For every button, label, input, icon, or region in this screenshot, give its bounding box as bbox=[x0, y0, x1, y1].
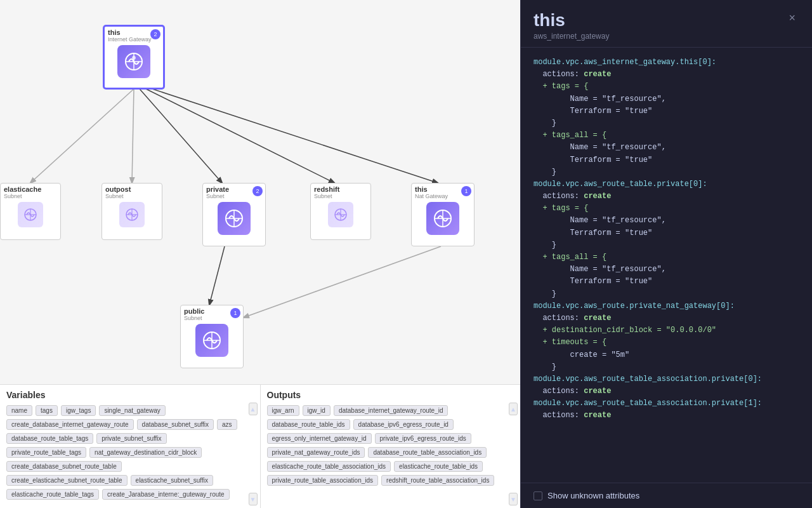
node-icon-redshift bbox=[311, 202, 370, 227]
bottom-panels: Variables nametagsigw_tagssingle_nat_gat… bbox=[0, 384, 520, 508]
node-outpost[interactable]: outpost Subnet bbox=[102, 183, 162, 240]
code-line: Terraform = "true" bbox=[534, 276, 799, 288]
right-panel: this aws_internet_gateway × module.vpc.a… bbox=[520, 0, 812, 508]
node-public[interactable]: 1 public Subnet bbox=[180, 305, 244, 368]
code-line: } bbox=[534, 239, 799, 251]
right-title: this bbox=[534, 10, 609, 30]
code-line: Terraform = "true" bbox=[534, 105, 799, 117]
code-line: Name = "tf_resource", bbox=[534, 93, 799, 105]
outputs-scroll-up[interactable]: ▲ bbox=[509, 403, 518, 415]
variable-tag[interactable]: create_database_internet_gateway_route bbox=[6, 419, 134, 430]
svg-line-4 bbox=[152, 89, 438, 183]
svg-line-3 bbox=[146, 89, 334, 183]
right-subtitle: aws_internet_gateway bbox=[534, 32, 609, 41]
variable-tag[interactable]: create_database_subnet_route_table bbox=[6, 461, 122, 472]
diagram-area[interactable]: 2 this Internet Gateway elasticache Subn… bbox=[0, 0, 520, 384]
outputs-scroll-down[interactable]: ▼ bbox=[509, 493, 518, 505]
output-tag[interactable]: elasticache_route_table_ids bbox=[394, 461, 483, 472]
svg-line-0 bbox=[30, 89, 134, 183]
variable-tag[interactable]: nat_gateway_destination_cidr_block bbox=[89, 447, 202, 458]
output-tag[interactable]: database_route_table_association_ids bbox=[368, 447, 487, 458]
code-line: + tags = { bbox=[534, 203, 799, 215]
output-tag[interactable]: private_ipv6_egress_route_ids bbox=[375, 433, 471, 444]
variable-tag[interactable]: elasticache_route_table_tags bbox=[6, 489, 99, 500]
code-line: Name = "tf_resource", bbox=[534, 215, 799, 227]
code-area[interactable]: module.vpc.aws_internet_gateway.this[0]:… bbox=[521, 48, 812, 483]
code-line: + destination_cidr_block = "0.0.0.0/0" bbox=[534, 324, 799, 337]
output-tag[interactable]: igw_arn bbox=[267, 405, 299, 416]
output-tag[interactable]: egress_only_internet_gateway_id bbox=[267, 433, 372, 444]
svg-line-1 bbox=[132, 89, 134, 183]
code-line: Terraform = "true" bbox=[534, 154, 799, 166]
node-title-outpost: outpost bbox=[102, 184, 162, 193]
footer-label: Show unknown attributes bbox=[547, 491, 639, 500]
output-tag[interactable]: private_route_table_association_ids bbox=[267, 475, 379, 486]
variable-tag[interactable]: database_route_table_tags bbox=[6, 433, 93, 444]
svg-line-5 bbox=[209, 246, 225, 305]
close-button[interactable]: × bbox=[785, 10, 799, 26]
node-badge-public: 1 bbox=[230, 308, 240, 318]
variables-scroll-up[interactable]: ▲ bbox=[249, 403, 258, 415]
node-badge-igw: 2 bbox=[150, 29, 160, 39]
svg-line-6 bbox=[244, 246, 441, 318]
node-icon-box-private bbox=[218, 202, 251, 235]
node-redshift[interactable]: redshift Subnet bbox=[310, 183, 371, 240]
node-elasticache[interactable]: elasticache Subnet bbox=[0, 183, 61, 240]
code-line: module.vpc.aws_internet_gateway.this[0]: bbox=[534, 57, 799, 69]
node-subtitle-outpost: Subnet bbox=[102, 193, 162, 199]
variable-tag[interactable]: private_route_table_tags bbox=[6, 447, 86, 458]
variable-tag[interactable]: tags bbox=[36, 405, 58, 416]
node-igw-this[interactable]: 2 this Internet Gateway bbox=[103, 25, 164, 89]
node-icon-elasticache bbox=[1, 202, 60, 227]
outputs-tags[interactable]: igw_arnigw_iddatabase_internet_gateway_r… bbox=[267, 405, 514, 486]
node-icon-box-elasticache bbox=[18, 202, 43, 227]
output-tag[interactable]: private_nat_gateway_route_ids bbox=[267, 447, 365, 458]
variable-tag[interactable]: create_Jarabase_interne:_guteway_route bbox=[102, 489, 230, 500]
output-tag[interactable]: database_route_table_ids bbox=[267, 419, 350, 430]
right-footer: Show unknown attributes bbox=[521, 483, 812, 508]
variable-tag[interactable]: private_subnet_suffix bbox=[96, 433, 166, 444]
variable-tag[interactable]: azs bbox=[217, 419, 237, 430]
code-line: Terraform = "true" bbox=[534, 227, 799, 239]
node-icon-box-redshift bbox=[328, 202, 353, 227]
variable-tag[interactable]: igw_tags bbox=[61, 405, 96, 416]
variables-tags[interactable]: nametagsigw_tagssingle_nat_gatewaycreate… bbox=[6, 405, 254, 500]
code-line: } bbox=[534, 288, 799, 300]
code-line: create = "5m" bbox=[534, 349, 799, 361]
right-header: this aws_internet_gateway × bbox=[521, 0, 812, 48]
code-line: } bbox=[534, 361, 799, 373]
variables-panel: Variables nametagsigw_tagssingle_nat_gat… bbox=[0, 385, 261, 508]
left-panel: 2 this Internet Gateway elasticache Subn… bbox=[0, 0, 520, 508]
code-line: module.vpc.aws_route.private_nat_gateway… bbox=[534, 300, 799, 312]
code-line: + tags_all = { bbox=[534, 251, 799, 264]
output-tag[interactable]: elasticache_route_table_association_ids bbox=[267, 461, 391, 472]
code-line: module.vpc.aws_route_table_association.p… bbox=[534, 398, 799, 410]
code-line: + tags_all = { bbox=[534, 130, 799, 142]
code-line: Name = "tf_resource", bbox=[534, 264, 799, 276]
node-icon-outpost bbox=[102, 202, 162, 227]
output-tag[interactable]: database_ipv6_egress_route_id bbox=[353, 419, 454, 430]
code-line: actions: create bbox=[534, 385, 799, 398]
variables-scroll-down[interactable]: ▼ bbox=[249, 493, 258, 505]
node-private[interactable]: 2 private Subnet bbox=[202, 183, 266, 246]
output-tag[interactable]: igw_id bbox=[303, 405, 331, 416]
node-subtitle-elasticache: Subnet bbox=[1, 193, 60, 199]
node-title-elasticache: elasticache bbox=[1, 184, 60, 193]
node-nat-this[interactable]: 1 this Nat Gateway bbox=[411, 183, 475, 246]
node-icon-public bbox=[181, 324, 243, 357]
variable-tag[interactable]: name bbox=[6, 405, 32, 416]
output-tag[interactable]: redshift_route_table_association_ids bbox=[381, 475, 494, 486]
code-line: } bbox=[534, 117, 799, 130]
node-title-redshift: redshift bbox=[311, 184, 370, 193]
output-tag[interactable]: database_internet_gateway_route_id bbox=[334, 405, 449, 416]
variable-tag[interactable]: single_nat_gateway bbox=[99, 405, 165, 416]
variable-tag[interactable]: create_elasticache_subnet_route_table bbox=[6, 475, 128, 486]
variable-tag[interactable]: elasticache_subnet_suffix bbox=[131, 475, 213, 486]
unknown-attrs-checkbox[interactable] bbox=[534, 491, 542, 500]
code-line: + tags = { bbox=[534, 81, 799, 93]
svg-point-10 bbox=[132, 56, 136, 60]
node-icon-nat bbox=[412, 202, 474, 235]
variable-tag[interactable]: database_subnet_suffix bbox=[137, 419, 214, 430]
code-line: module.vpc.aws_route_table.private[0]: bbox=[534, 178, 799, 190]
node-icon-box-igw bbox=[117, 45, 150, 78]
